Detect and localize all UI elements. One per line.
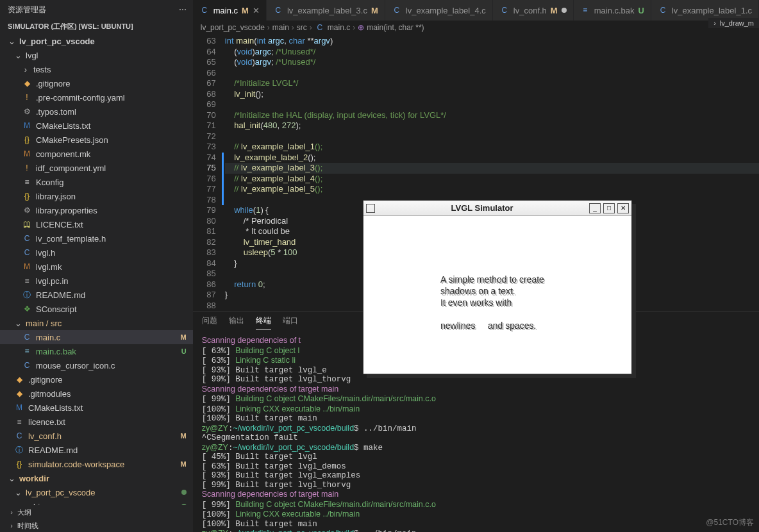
c-icon: C [22, 247, 32, 258]
c-icon: C [658, 5, 668, 15]
file-simws[interactable]: {}simulator.code-workspaceM [0, 457, 193, 471]
panel-tab-1[interactable]: 输出 [229, 315, 244, 329]
file-lvglmk[interactable]: Mlvgl.mk [0, 260, 193, 274]
yaml-icon: ! [22, 92, 32, 103]
close-icon[interactable]: ✕ [253, 6, 260, 15]
file-kconfig[interactable]: ≡Kconfig [0, 175, 193, 189]
line-gutter: 6364656667686970717273747576777879808182… [193, 35, 225, 311]
minimize-button[interactable]: _ [589, 203, 601, 213]
folder-bin[interactable]: ›bin [0, 499, 193, 505]
file-conf-tmpl[interactable]: Clv_conf_template.h [0, 231, 193, 245]
folder-workdir[interactable]: ⌄workdir [0, 471, 193, 485]
file-libjson[interactable]: {}library.json [0, 189, 193, 203]
tab-lv_conf-h[interactable]: Clv_conf.hM [493, 0, 574, 21]
panel-tab-0[interactable]: 问题 [202, 315, 217, 329]
folder-port2[interactable]: ⌄lv_port_pc_vscode [0, 485, 193, 499]
breadcrumb-item[interactable]: Cmain.c [315, 22, 350, 33]
tab-label: lv_conf.h [513, 6, 547, 15]
explorer-title: 资源管理器 [8, 4, 179, 15]
tab-main-c[interactable]: Cmain.cM✕ [193, 0, 267, 21]
file-component-mk[interactable]: Mcomponent.mk [0, 147, 193, 161]
readme-icon: ⓘ [22, 290, 32, 300]
tab-label: main.c.bak [594, 6, 635, 15]
file-readme2[interactable]: ⓘREADME.md [0, 443, 193, 457]
maximize-button[interactable]: □ [603, 203, 615, 213]
modified-badge: M [181, 460, 187, 468]
c-icon: C [14, 431, 24, 441]
folder-lvgl[interactable]: ⌄lvgl [0, 48, 193, 62]
tab-label: lv_example_label_3.c [287, 6, 367, 15]
file-precommit[interactable]: !.pre-commit-config.yaml [0, 90, 193, 104]
breadcrumb-item[interactable]: src [297, 23, 307, 32]
licence-icon: 🕮 [22, 219, 32, 229]
file-licence2[interactable]: ≡licence.txt [0, 415, 193, 429]
explorer-header: 资源管理器 ⋯ [0, 0, 193, 19]
tab-lv_example_label_4-c[interactable]: Clv_example_label_4.c [385, 0, 493, 21]
breadcrumb-overflow[interactable]: ›lv_draw_m [708, 18, 759, 28]
file-licence[interactable]: 🕮LICENCE.txt [0, 217, 193, 231]
yaml-icon: ! [22, 163, 32, 173]
cmake-icon: M [14, 403, 24, 413]
file-lvglh[interactable]: Clvgl.h [0, 245, 193, 260]
close-button[interactable]: ✕ [617, 203, 629, 213]
outline-header[interactable]: › 大纲 [0, 505, 193, 520]
json-icon: {} [14, 459, 24, 469]
txt-icon: ≡ [22, 276, 32, 286]
file-sconscript[interactable]: ❖SConscript [0, 302, 193, 316]
file-cmakelists[interactable]: MCMakeLists.txt [0, 119, 193, 133]
make-icon: M [22, 262, 32, 272]
file-typos[interactable]: ⚙.typos.toml [0, 104, 193, 119]
file-main-c[interactable]: Cmain.cM [0, 330, 193, 344]
watermark: @51CTO博客 [706, 517, 754, 528]
panel-tab-2[interactable]: 终端 [256, 315, 271, 329]
c-icon: C [315, 22, 325, 33]
breadcrumb-item[interactable]: lv_port_pc_vscode [201, 23, 265, 32]
folder-main-src[interactable]: ⌄main / src [0, 316, 193, 330]
sim-title: LVGL Simulator [378, 203, 587, 213]
file-gitignore[interactable]: ◆.gitignore [0, 76, 193, 90]
mod-badge: M [242, 6, 249, 15]
sim-body: A simple method to create shadows on a t… [363, 216, 631, 372]
file-libprop[interactable]: ⚙library.properties [0, 203, 193, 217]
file-main-c-bak[interactable]: ≡main.c.bakU [0, 344, 193, 358]
c-icon: C [22, 233, 32, 244]
file-idf[interactable]: !idf_component.yml [0, 161, 193, 175]
c-icon: C [499, 5, 510, 15]
git-icon: ◆ [22, 78, 32, 88]
panel-tab-3[interactable]: 端口 [283, 315, 298, 329]
editor-tabs: Cmain.cM✕Clv_example_label_3.cMClv_examp… [193, 0, 759, 21]
breadcrumb-item[interactable]: main [272, 23, 289, 32]
json-icon: {} [22, 191, 32, 201]
workspace-label[interactable]: SIMULATOR (工作区) [WSL: UBUNTU] [0, 19, 193, 34]
func-icon: ⊕ [358, 23, 364, 32]
app-icon [366, 204, 375, 213]
make-icon: M [22, 149, 32, 159]
toml-icon: ⚙ [22, 106, 32, 117]
file-lvglpc[interactable]: ≡lvgl.pc.in [0, 274, 193, 288]
c-icon: C [22, 332, 32, 342]
untracked-badge: U [181, 347, 187, 355]
sim-titlebar[interactable]: LVGL Simulator _ □ ✕ [363, 201, 631, 216]
simulator-window[interactable]: LVGL Simulator _ □ ✕ A simple method to … [363, 200, 632, 374]
file-cmakelists2[interactable]: MCMakeLists.txt [0, 401, 193, 415]
main-text: A simple method to create shadows on a t… [440, 274, 544, 331]
file-lvconf[interactable]: Clv_conf.hM [0, 429, 193, 443]
file-readme[interactable]: ⓘREADME.md [0, 288, 193, 302]
file-tree[interactable]: ⌄lv_port_pc_vscode ⌄lvgl ›tests ◆.gitign… [0, 34, 193, 505]
tab-lv_example_label_3-c[interactable]: Clv_example_label_3.cM [267, 0, 385, 21]
c-icon: C [273, 5, 283, 15]
file-cmakepresets[interactable]: {}CMakePresets.json [0, 133, 193, 147]
folder-tests[interactable]: ›tests [0, 62, 193, 76]
tab-main-c-bak[interactable]: ≡main.c.bakU [574, 0, 651, 21]
more-actions-icon[interactable]: ⋯ [179, 5, 187, 14]
tab-label: lv_example_label_4.c [406, 6, 486, 15]
file-gitmodules[interactable]: ◆.gitmodules [0, 387, 193, 401]
git-icon: ◆ [14, 388, 24, 399]
breadcrumb[interactable]: lv_port_pc_vscode› main› src› Cmain.c› ⊕… [193, 21, 759, 35]
file-mouse-icon[interactable]: Cmouse_cursor_icon.c [0, 358, 193, 372]
file-gitignore2[interactable]: ◆.gitignore [0, 372, 193, 387]
breadcrumb-item[interactable]: ⊕main(int, char **) [358, 23, 424, 32]
folder-root[interactable]: ⌄lv_port_pc_vscode [0, 34, 193, 48]
mod-badge: M [551, 6, 558, 15]
timeline-header[interactable]: › 时间线 [0, 520, 193, 532]
